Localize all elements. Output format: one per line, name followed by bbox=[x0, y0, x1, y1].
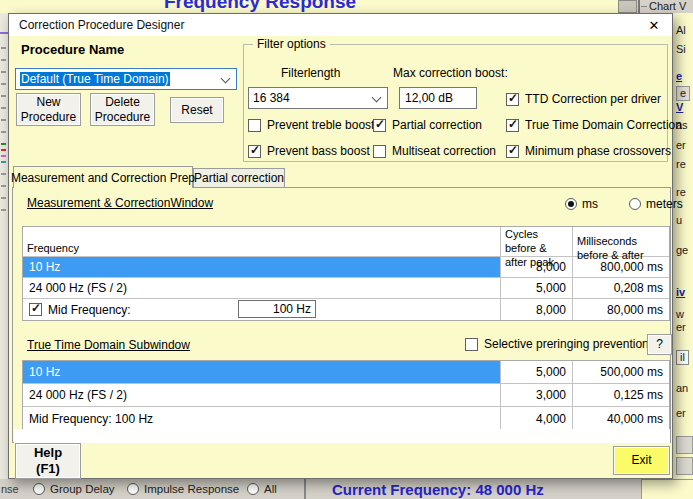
table-row[interactable]: 10 Hz 8,000 800,000 ms bbox=[23, 257, 669, 278]
scrollbar[interactable] bbox=[618, 0, 637, 13]
clipped-button[interactable] bbox=[676, 457, 693, 475]
cell-frequency: 10 Hz bbox=[23, 257, 501, 277]
clipped-link[interactable]: e bbox=[676, 70, 682, 82]
clipped-button[interactable] bbox=[676, 436, 693, 454]
checkbox-multiseat-correction[interactable]: ✓ Multiseat correction bbox=[373, 144, 496, 158]
check-icon: ✓ bbox=[375, 117, 385, 131]
table-header: Frequency Cycles before & after peak Mil… bbox=[23, 227, 669, 257]
exit-button[interactable]: Exit bbox=[613, 446, 670, 475]
dialog-titlebar[interactable]: Correction Procedure Designer ✕ bbox=[9, 14, 672, 36]
screen: Frequency Response Chart V Al Si e e V a… bbox=[0, 0, 693, 499]
checkbox-prevent-bass-boost[interactable]: ✓ Prevent bass boost bbox=[248, 144, 370, 158]
close-icon[interactable]: ✕ bbox=[636, 14, 672, 36]
checkbox-box: ✓ bbox=[506, 93, 519, 106]
radio-group-delay[interactable]: Group Delay bbox=[33, 483, 115, 495]
cell-ms[interactable]: 800,000 ms bbox=[573, 257, 669, 277]
groupbox-edge bbox=[641, 6, 647, 7]
radio-circle-icon bbox=[247, 483, 259, 495]
radio-label: Impulse Response bbox=[144, 483, 239, 495]
current-frequency-label: Current Frequency: bbox=[332, 481, 471, 498]
cell-cycles[interactable]: 3,000 bbox=[501, 384, 573, 406]
cell-cycles[interactable]: 5,000 bbox=[501, 278, 573, 298]
tab-measurement-and-correction-prep[interactable]: Measurement and Correction Prep bbox=[13, 166, 193, 188]
checkbox-mid-frequency[interactable]: ✓ bbox=[29, 303, 42, 316]
checkbox-box: ✓ bbox=[248, 145, 261, 158]
checkbox-box: ✓ bbox=[248, 119, 261, 132]
clipped-text: ge bbox=[676, 244, 688, 256]
tab-partial-correction[interactable]: Partial correction bbox=[193, 168, 285, 188]
check-icon: ✓ bbox=[250, 143, 260, 157]
cell-frequency: 24 000 Hz (FS / 2) bbox=[23, 384, 501, 406]
reset-button[interactable]: Reset bbox=[170, 97, 224, 123]
cell-cycles[interactable]: 8,000 bbox=[501, 257, 573, 277]
clipped-field[interactable]: il bbox=[676, 350, 689, 365]
table-row[interactable]: 24 000 Hz (FS / 2) 5,000 0,208 ms bbox=[23, 278, 669, 299]
table-row[interactable]: ✓ Mid Frequency: 100 Hz 8,000 80,000 ms bbox=[23, 299, 669, 320]
help-button[interactable]: Help (F1) bbox=[15, 443, 81, 479]
radio-impulse-response[interactable]: Impulse Response bbox=[127, 483, 239, 495]
cell-frequency: ✓ Mid Frequency: 100 Hz bbox=[23, 299, 501, 320]
correction-procedure-designer-dialog: Correction Procedure Designer ✕ Procedur… bbox=[8, 13, 673, 479]
current-frequency-status: Current Frequency: 48 000 Hz bbox=[332, 481, 544, 498]
mid-frequency-label: Mid Frequency: bbox=[48, 303, 131, 317]
correction-window-table: Frequency Cycles before & after peak Mil… bbox=[22, 226, 670, 321]
bottom-right-panel bbox=[641, 479, 693, 499]
help-button-line2: (F1) bbox=[36, 461, 60, 477]
max-boost-input[interactable]: 12,00 dB bbox=[399, 87, 477, 109]
checkbox-prevent-treble-boost[interactable]: ✓ Prevent treble boost bbox=[248, 118, 374, 132]
radio-circle-icon bbox=[629, 198, 641, 210]
chevron-down-icon bbox=[221, 74, 231, 84]
mid-frequency-input[interactable]: 100 Hz bbox=[238, 300, 316, 318]
checkbox-selective-preringing[interactable]: ✓ Selective preringing prevention bbox=[465, 337, 649, 351]
preringing-help-button[interactable]: ? bbox=[647, 334, 672, 355]
checkbox-label: Multiseat correction bbox=[392, 144, 496, 158]
cell-ms[interactable]: 0,125 ms bbox=[573, 384, 669, 406]
clipped-text: er bbox=[676, 407, 686, 419]
new-procedure-button[interactable]: New Procedure bbox=[16, 93, 81, 126]
cell-cycles[interactable]: 4,000 bbox=[501, 407, 573, 430]
clipped-text: re bbox=[676, 158, 686, 170]
delete-procedure-button[interactable]: Delete Procedure bbox=[90, 93, 155, 126]
checkbox-box: ✓ bbox=[465, 338, 478, 351]
checkbox-label: Selective preringing prevention bbox=[484, 337, 649, 351]
cell-frequency: 10 Hz bbox=[23, 361, 501, 383]
cell-cycles[interactable]: 8,000 bbox=[501, 299, 573, 320]
cell-cycles[interactable]: 5,000 bbox=[501, 361, 573, 383]
procedure-name-label: Procedure Name bbox=[21, 42, 124, 57]
radio-circle-icon bbox=[127, 483, 139, 495]
correction-window-heading: Measurement & CorrectionWindow bbox=[27, 196, 213, 210]
radio-unit-meters[interactable]: meters bbox=[629, 197, 683, 211]
filterlength-value: 16 384 bbox=[253, 91, 290, 105]
filterlength-select[interactable]: 16 384 bbox=[248, 87, 388, 109]
table-row[interactable]: 10 Hz 5,000 500,000 ms bbox=[23, 361, 669, 384]
checkbox-minimum-phase-crossovers[interactable]: ✓ Minimum phase crossovers bbox=[506, 144, 671, 158]
clipped-link[interactable]: V bbox=[676, 101, 683, 113]
checkbox-ttd-correction-per-driver[interactable]: ✓ TTD Correction per driver bbox=[506, 92, 661, 106]
cell-ms[interactable]: 80,000 ms bbox=[573, 299, 669, 320]
table-row[interactable]: 24 000 Hz (FS / 2) 3,000 0,125 ms bbox=[23, 384, 669, 407]
tab-page-measurement: Measurement & CorrectionWindow ms meters… bbox=[12, 187, 671, 443]
procedure-select[interactable]: Default (True Time Domain) bbox=[15, 68, 237, 90]
cell-ms[interactable]: 0,208 ms bbox=[573, 278, 669, 298]
cell-ms[interactable]: 500,000 ms bbox=[573, 361, 669, 383]
checkbox-true-time-domain-correction[interactable]: ✓ True Time Domain Correction bbox=[506, 118, 682, 132]
ttd-subwindow-heading: True Time Domain Subwindow bbox=[27, 338, 190, 352]
radio-unit-ms[interactable]: ms bbox=[565, 197, 598, 211]
checkbox-partial-correction[interactable]: ✓ Partial correction bbox=[373, 118, 482, 132]
radio-label: ms bbox=[582, 197, 598, 211]
radio-circle-icon bbox=[565, 198, 577, 210]
checkbox-label: Minimum phase crossovers bbox=[525, 144, 671, 158]
filter-options-legend: Filter options bbox=[253, 37, 330, 51]
status-divider bbox=[304, 479, 306, 499]
filterlength-label: Filterlength bbox=[281, 66, 340, 80]
radio-all[interactable]: All bbox=[247, 483, 277, 495]
table-row[interactable]: Mid Frequency: 100 Hz 4,000 40,000 ms bbox=[23, 407, 669, 430]
checkbox-label: True Time Domain Correction bbox=[525, 118, 682, 132]
radio-circle-icon bbox=[33, 483, 45, 495]
tab-label: Partial correction bbox=[194, 171, 284, 185]
check-icon: ✓ bbox=[31, 301, 41, 315]
clipped-link[interactable]: iv bbox=[676, 286, 685, 298]
clipped-button[interactable]: e bbox=[676, 86, 690, 101]
checkbox-box: ✓ bbox=[506, 145, 519, 158]
cell-ms[interactable]: 40,000 ms bbox=[573, 407, 669, 430]
